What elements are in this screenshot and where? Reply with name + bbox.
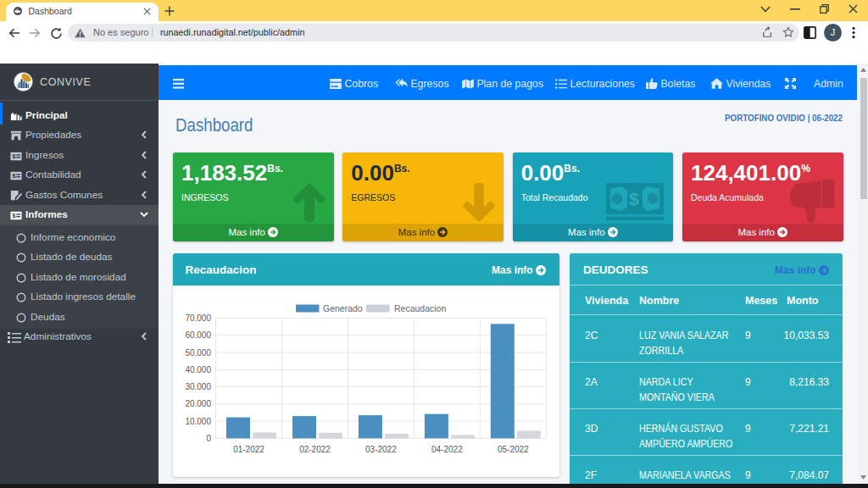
svg-text:$: $ xyxy=(12,172,16,180)
svg-text:50.000: 50.000 xyxy=(185,348,211,358)
svg-text:01-2022: 01-2022 xyxy=(233,445,264,454)
svg-text:70.000: 70.000 xyxy=(185,313,211,323)
svg-text:20.000: 20.000 xyxy=(185,399,211,408)
svg-text:60.000: 60.000 xyxy=(185,330,211,340)
svg-text:04-2022: 04-2022 xyxy=(431,445,463,454)
svg-text:Generado: Generado xyxy=(323,303,363,313)
svg-text:40.000: 40.000 xyxy=(185,365,211,374)
svg-text:03-2022: 03-2022 xyxy=(365,445,397,454)
svg-text:Recaudacion: Recaudacion xyxy=(394,303,446,313)
svg-text:02-2022: 02-2022 xyxy=(299,445,331,454)
svg-text:05-2022: 05-2022 xyxy=(498,445,529,454)
svg-text:$: $ xyxy=(12,152,16,160)
svg-text:$: $ xyxy=(629,189,639,208)
svg-text:$: $ xyxy=(12,212,16,219)
svg-text:30.000: 30.000 xyxy=(185,382,211,391)
svg-text:10.000: 10.000 xyxy=(185,417,211,426)
svg-text:0: 0 xyxy=(206,434,211,443)
